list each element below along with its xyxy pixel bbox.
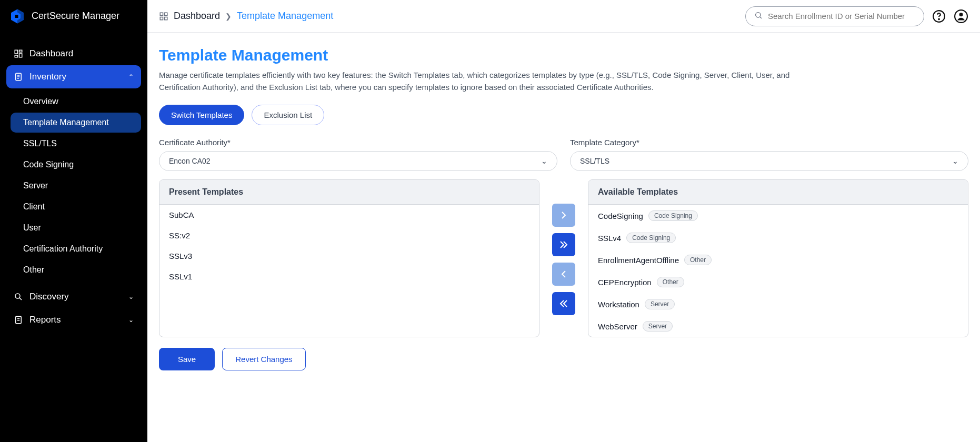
- sidebar-item-server[interactable]: Server: [11, 176, 141, 196]
- dashboard-icon: [14, 49, 23, 58]
- tab-switch-templates[interactable]: Switch Templates: [159, 105, 244, 125]
- svg-point-10: [959, 13, 963, 16]
- svg-line-20: [19, 298, 22, 300]
- sidebar: Dashboard Inventory ⌃ OverviewTemplate M…: [0, 33, 147, 442]
- brand-logo: [9, 8, 25, 24]
- svg-point-5: [756, 12, 761, 17]
- chevron-down-icon: ⌄: [952, 157, 958, 165]
- move-right-button[interactable]: [552, 204, 575, 227]
- available-template-item[interactable]: WorkstationServer: [588, 293, 968, 315]
- search-input[interactable]: [768, 12, 915, 21]
- search-icon: [754, 11, 763, 22]
- svg-point-19: [15, 294, 20, 298]
- reports-icon: [14, 315, 23, 325]
- present-template-item[interactable]: SS:v2: [159, 225, 539, 246]
- save-button[interactable]: Save: [159, 348, 215, 370]
- nav-dashboard[interactable]: Dashboard: [6, 42, 141, 65]
- available-template-item[interactable]: EnrollmentAgentOfflineOther: [588, 249, 968, 271]
- svg-rect-4: [165, 17, 167, 19]
- discovery-icon: [14, 292, 23, 302]
- available-template-item[interactable]: CEPEncryptionOther: [588, 271, 968, 293]
- help-button[interactable]: [932, 9, 946, 24]
- main-content: Template Management Manage certificate t…: [147, 33, 980, 442]
- category-badge: Other: [684, 255, 712, 265]
- sidebar-item-user[interactable]: User: [11, 218, 141, 238]
- category-select[interactable]: SSL/TLS ⌄: [570, 151, 968, 171]
- tab-exclusion-list[interactable]: Exclusion List: [252, 105, 324, 125]
- breadcrumb: Dashboard ❯ Template Management: [159, 11, 333, 22]
- ca-select[interactable]: Encon CA02 ⌄: [159, 151, 557, 171]
- page-description: Manage certificate templates efficiently…: [159, 69, 822, 93]
- brand-title: CertSecure Manager: [32, 11, 119, 22]
- chevron-down-icon: ⌄: [128, 293, 134, 300]
- search-box[interactable]: [745, 6, 924, 26]
- move-all-left-button[interactable]: [552, 292, 575, 315]
- svg-rect-13: [19, 54, 22, 57]
- revert-button[interactable]: Revert Changes: [222, 348, 305, 370]
- sidebar-item-other[interactable]: Other: [11, 260, 141, 280]
- chevron-down-icon: ⌄: [128, 316, 134, 324]
- present-template-item[interactable]: SSLv1: [159, 266, 539, 287]
- page-title: Template Management: [159, 46, 968, 64]
- ca-label: Certificate Authority*: [159, 138, 557, 147]
- chevron-right-icon: ❯: [225, 12, 232, 21]
- present-header: Present Templates: [159, 180, 539, 205]
- chevron-down-icon: ⌄: [541, 157, 547, 165]
- nav-inventory[interactable]: Inventory ⌃: [6, 65, 141, 88]
- user-menu-button[interactable]: [954, 9, 968, 24]
- sidebar-item-code-signing[interactable]: Code Signing: [11, 155, 141, 175]
- svg-rect-3: [160, 17, 163, 19]
- brand: CertSecure Manager: [0, 0, 147, 33]
- breadcrumb-current: Template Management: [237, 11, 333, 22]
- move-all-right-button[interactable]: [552, 233, 575, 256]
- category-badge: Server: [645, 299, 675, 309]
- move-left-button[interactable]: [552, 263, 575, 286]
- sidebar-item-template-management[interactable]: Template Management: [11, 113, 141, 133]
- sidebar-item-certification-authority[interactable]: Certification Authority: [11, 239, 141, 259]
- svg-point-8: [938, 18, 939, 19]
- category-badge: Code Signing: [648, 210, 698, 221]
- present-template-item[interactable]: SSLv3: [159, 246, 539, 266]
- available-template-item[interactable]: CodeSigningCode Signing: [588, 205, 968, 227]
- category-badge: Code Signing: [626, 233, 676, 243]
- present-template-item[interactable]: SubCA: [159, 205, 539, 225]
- sidebar-item-ssl-tls[interactable]: SSL/TLS: [11, 134, 141, 154]
- breadcrumb-root[interactable]: Dashboard: [174, 11, 220, 22]
- nav-reports[interactable]: Reports ⌄: [6, 308, 141, 332]
- svg-rect-14: [15, 55, 17, 57]
- category-badge: Other: [657, 277, 684, 287]
- sidebar-item-overview[interactable]: Overview: [11, 92, 141, 112]
- available-template-item[interactable]: WebServerServer: [588, 315, 968, 337]
- category-label: Template Category*: [570, 138, 968, 147]
- svg-line-6: [760, 17, 762, 18]
- svg-rect-2: [165, 13, 167, 15]
- nav-discovery[interactable]: Discovery ⌄: [6, 285, 141, 308]
- svg-rect-12: [19, 50, 22, 52]
- inventory-icon: [14, 72, 23, 82]
- available-template-item[interactable]: SSLv4Code Signing: [588, 227, 968, 249]
- svg-rect-0: [15, 15, 18, 18]
- svg-rect-11: [15, 50, 17, 54]
- available-templates-box: Available Templates CodeSigningCode Sign…: [588, 179, 968, 337]
- available-header: Available Templates: [588, 180, 968, 205]
- svg-rect-1: [160, 13, 163, 15]
- present-templates-box: Present Templates SubCASS:v2SSLv3SSLv1: [159, 179, 539, 337]
- chevron-up-icon: ⌃: [128, 73, 134, 81]
- sidebar-item-client[interactable]: Client: [11, 197, 141, 217]
- category-badge: Server: [643, 321, 673, 332]
- dashboard-icon: [159, 12, 168, 21]
